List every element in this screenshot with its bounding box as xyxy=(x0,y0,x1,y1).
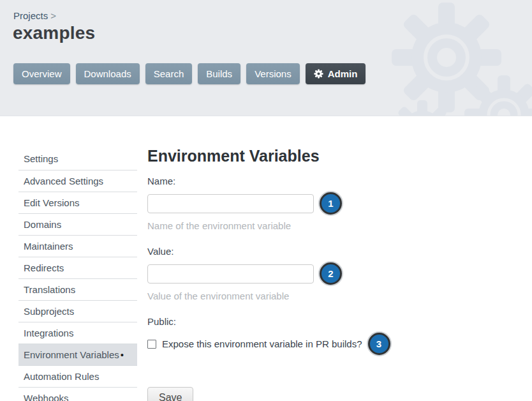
sidebar-item-automation-rules[interactable]: Automation Rules xyxy=(18,365,137,387)
sidebar-item-domains[interactable]: Domains xyxy=(18,213,137,235)
public-field-label: Public: xyxy=(147,316,428,327)
breadcrumb-projects-link[interactable]: Projects xyxy=(13,10,48,21)
value-input[interactable] xyxy=(147,264,314,284)
tab-admin-label: Admin xyxy=(328,63,358,84)
step-badge-1: 1 xyxy=(320,192,342,215)
step-badge-2: 2 xyxy=(320,262,342,285)
sidebar-item-redirects[interactable]: Redirects xyxy=(18,257,137,278)
project-nav-tabs: Overview Downloads Search Builds Version… xyxy=(13,63,366,84)
value-field-label: Value: xyxy=(147,246,428,257)
tab-versions[interactable]: Versions xyxy=(246,63,300,84)
value-field-group: Value: 2 Value of the environment variab… xyxy=(147,246,428,301)
sidebar-item-integrations[interactable]: Integrations xyxy=(18,322,137,344)
tab-overview[interactable]: Overview xyxy=(13,63,70,84)
page-title: examples xyxy=(13,23,95,43)
section-heading: Environment Variables xyxy=(147,147,428,165)
sidebar-item-advanced-settings[interactable]: Advanced Settings xyxy=(18,170,137,192)
name-field-group: Name: 1 Name of the environment variable xyxy=(147,176,428,231)
admin-sidebar: Settings Advanced Settings Edit Versions… xyxy=(18,148,137,401)
gears-decoration-graphic xyxy=(341,0,532,116)
tab-downloads[interactable]: Downloads xyxy=(76,63,140,84)
tab-admin[interactable]: Admin xyxy=(306,63,366,84)
step-badge-3: 3 xyxy=(368,333,390,355)
name-helper-text: Name of the environment variable xyxy=(147,220,428,231)
active-item-bullet: • xyxy=(121,349,124,360)
sidebar-item-settings[interactable]: Settings xyxy=(18,148,137,170)
save-button[interactable]: Save xyxy=(147,387,193,401)
value-helper-text: Value of the environment variable xyxy=(147,291,428,301)
environment-variables-form: Environment Variables Name: 1 Name of th… xyxy=(147,147,428,401)
sidebar-item-environment-variables[interactable]: Environment Variables• xyxy=(18,344,137,365)
tab-builds[interactable]: Builds xyxy=(198,63,240,84)
sidebar-item-webhooks[interactable]: Webhooks xyxy=(18,387,137,401)
sidebar-item-label: Environment Variables xyxy=(24,349,119,360)
name-field-label: Name: xyxy=(147,176,428,186)
project-header: Projects> examples Overview Downloads Se… xyxy=(0,0,532,116)
breadcrumb: Projects> xyxy=(13,10,56,21)
sidebar-item-edit-versions[interactable]: Edit Versions xyxy=(18,192,137,213)
public-checkbox-label[interactable]: Expose this environment variable in PR b… xyxy=(162,338,362,349)
name-input[interactable] xyxy=(147,194,314,213)
tab-search[interactable]: Search xyxy=(145,63,193,84)
breadcrumb-separator: > xyxy=(50,10,56,21)
sidebar-item-translations[interactable]: Translations xyxy=(18,278,137,300)
public-checkbox[interactable] xyxy=(147,340,156,349)
sidebar-item-subprojects[interactable]: Subprojects xyxy=(18,300,137,322)
gear-icon xyxy=(314,69,323,79)
sidebar-item-maintainers[interactable]: Maintainers xyxy=(18,235,137,257)
public-field-group: Public: Expose this environment variable… xyxy=(147,316,428,355)
